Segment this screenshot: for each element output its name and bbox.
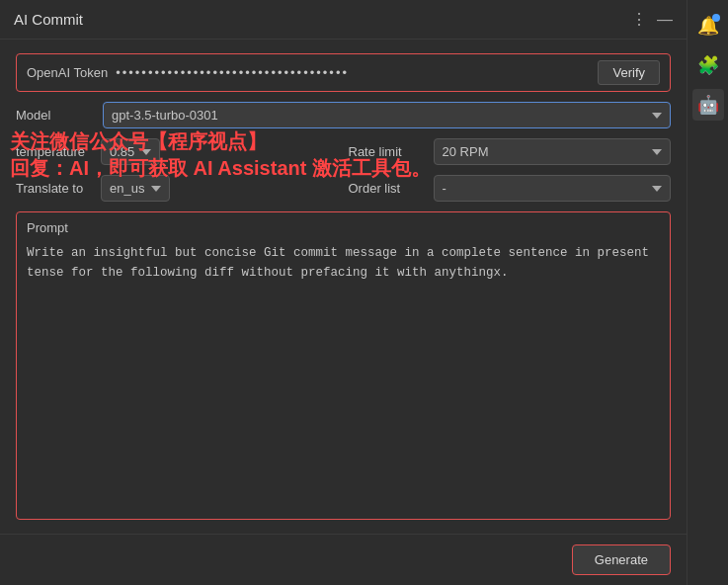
model-select[interactable]: gpt-3.5-turbo-0301 gpt-3.5-turbo gpt-4	[103, 102, 671, 128]
model-label: Model	[16, 108, 95, 123]
order-label: Order list	[349, 181, 428, 196]
temperature-section: temperature 0.85 0.5 1.0	[16, 138, 339, 165]
token-label: OpenAI Token	[27, 65, 108, 80]
robot-icon-container[interactable]: 🤖	[692, 89, 724, 121]
header-actions: ⋮ —	[631, 10, 673, 29]
header: AI Commit ⋮ —	[0, 0, 687, 40]
rate-section: Rate limit 20 RPM 10 RPM 30 RPM	[349, 138, 672, 165]
minimize-icon[interactable]: —	[657, 11, 673, 29]
footer: Generate	[0, 534, 687, 585]
translate-select[interactable]: en_us zh_cn ja fr de	[101, 175, 170, 202]
model-row: Model gpt-3.5-turbo-0301 gpt-3.5-turbo g…	[16, 102, 671, 128]
verify-button[interactable]: Verify	[598, 60, 660, 85]
rate-label: Rate limit	[349, 144, 428, 159]
translate-row: Translate to en_us zh_cn ja fr de Order …	[16, 175, 671, 202]
main-panel: AI Commit ⋮ — OpenAI Token Verify Model …	[0, 0, 687, 585]
bell-icon-container[interactable]: 🔔	[692, 10, 724, 42]
translate-label: Translate to	[16, 181, 95, 196]
token-row: OpenAI Token Verify	[16, 53, 671, 92]
sidebar: 🔔 🧩 🤖	[687, 0, 728, 585]
app-title: AI Commit	[14, 11, 83, 28]
temperature-label: temperature	[16, 144, 95, 159]
plugin-icon: 🧩	[697, 54, 719, 76]
menu-icon[interactable]: ⋮	[631, 10, 647, 29]
robot-icon: 🤖	[697, 94, 719, 116]
temp-rate-row: temperature 0.85 0.5 1.0 Rate limit 20 R…	[16, 138, 671, 165]
token-input[interactable]	[116, 65, 590, 80]
temperature-select[interactable]: 0.85 0.5 1.0	[101, 138, 160, 165]
order-select[interactable]: - asc desc	[434, 175, 672, 202]
translate-left: Translate to en_us zh_cn ja fr de	[16, 175, 339, 202]
notification-dot	[712, 14, 720, 22]
rate-select[interactable]: 20 RPM 10 RPM 30 RPM	[434, 138, 672, 165]
prompt-text: Write an insightful but concise Git comm…	[27, 243, 660, 283]
generate-button[interactable]: Generate	[572, 544, 671, 575]
order-section: Order list - asc desc	[349, 175, 672, 202]
plugin-icon-container[interactable]: 🧩	[692, 49, 724, 81]
prompt-label: Prompt	[27, 220, 660, 235]
content: OpenAI Token Verify Model gpt-3.5-turbo-…	[0, 40, 687, 534]
prompt-section: Prompt Write an insightful but concise G…	[16, 211, 671, 520]
